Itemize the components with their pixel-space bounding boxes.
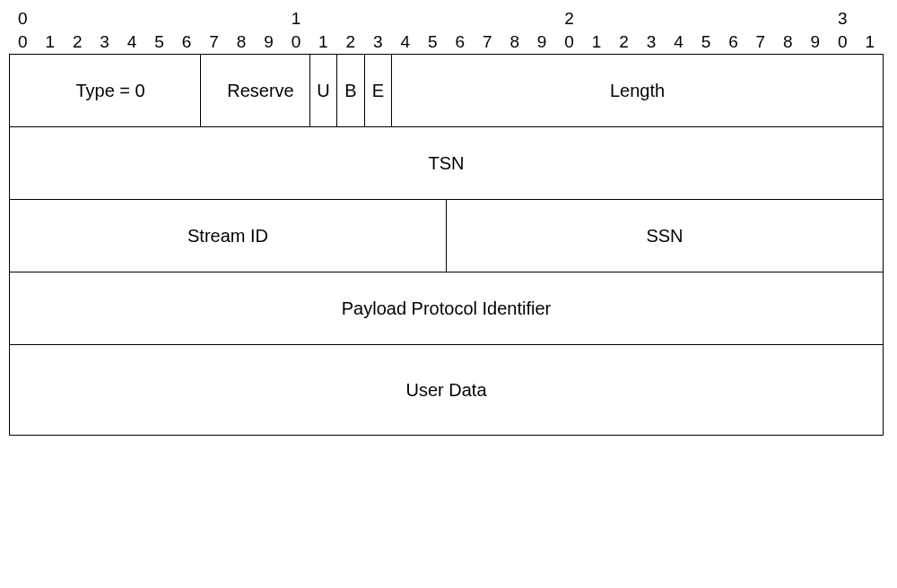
ruler-low-tick: 1: [592, 32, 602, 52]
ruler-low-tick: 0: [564, 32, 574, 52]
ruler-low-tick: 9: [811, 32, 821, 52]
ruler-low-tick: 3: [647, 32, 657, 52]
ruler-low-tick: 8: [783, 32, 793, 52]
field-stream-id: Stream ID: [10, 200, 447, 272]
ruler-high-tick: 2: [564, 9, 574, 29]
row-tsn: TSN: [10, 127, 884, 200]
ruler-low-tick: 9: [537, 32, 547, 52]
row-ppi: Payload Protocol Identifier: [10, 272, 884, 345]
ruler-low-tick: 1: [45, 32, 55, 52]
ruler-low-tick: 4: [401, 32, 411, 52]
ruler-low-tick: 3: [373, 32, 383, 52]
ruler-low-tick: 6: [455, 32, 465, 52]
ruler-low-tick: 7: [756, 32, 766, 52]
ruler-low-tick: 8: [509, 32, 519, 52]
ruler-low-tick: 5: [154, 32, 164, 52]
ruler-low-tick: 0: [838, 32, 848, 52]
row-stream-ssn: Stream ID SSN: [10, 200, 884, 272]
ruler-high-tick: 1: [292, 9, 301, 29]
ruler-high-tick: 3: [838, 9, 848, 29]
field-b-flag: B: [337, 55, 364, 127]
ruler-low-tick: 1: [318, 32, 328, 52]
ruler-low-tick: 2: [346, 32, 356, 52]
ruler-low-tick: 3: [100, 32, 109, 52]
field-u-flag: U: [309, 55, 336, 127]
ruler-low-tick: 1: [865, 32, 875, 52]
packet-table: Type = 0 Reserve U B E Length TSN Stream…: [9, 54, 884, 436]
field-tsn: TSN: [10, 127, 884, 200]
field-reserve: Reserve: [201, 55, 310, 127]
field-ssn: SSN: [447, 200, 884, 272]
ruler-low-tick: 4: [127, 32, 137, 52]
row-type-flags-length: Type = 0 Reserve U B E Length: [10, 55, 884, 127]
bit-ruler: 012301234567890123456789012345678901: [9, 9, 884, 54]
ruler-low-tick: 6: [182, 32, 192, 52]
field-e-flag: E: [364, 55, 391, 127]
ruler-low-tick: 7: [483, 32, 492, 52]
ruler-low-tick: 5: [428, 32, 438, 52]
ruler-high-tick: 0: [18, 9, 28, 29]
ruler-low-tick: 2: [619, 32, 629, 52]
ruler-low-tick: 0: [18, 32, 28, 52]
ruler-low-tick: 0: [292, 32, 301, 52]
field-length: Length: [392, 55, 884, 127]
field-type: Type = 0: [10, 55, 201, 127]
field-payload-protocol-identifier: Payload Protocol Identifier: [10, 272, 884, 345]
row-user-data: User Data: [10, 345, 884, 436]
packet-diagram: 012301234567890123456789012345678901 Typ…: [9, 9, 884, 436]
ruler-low-tick: 8: [237, 32, 247, 52]
ruler-low-tick: 4: [674, 32, 684, 52]
ruler-low-tick: 6: [728, 32, 738, 52]
field-user-data: User Data: [10, 345, 884, 436]
ruler-low-tick: 7: [209, 32, 219, 52]
ruler-low-tick: 2: [73, 32, 83, 52]
ruler-low-tick: 9: [264, 32, 274, 52]
ruler-low-tick: 5: [701, 32, 711, 52]
